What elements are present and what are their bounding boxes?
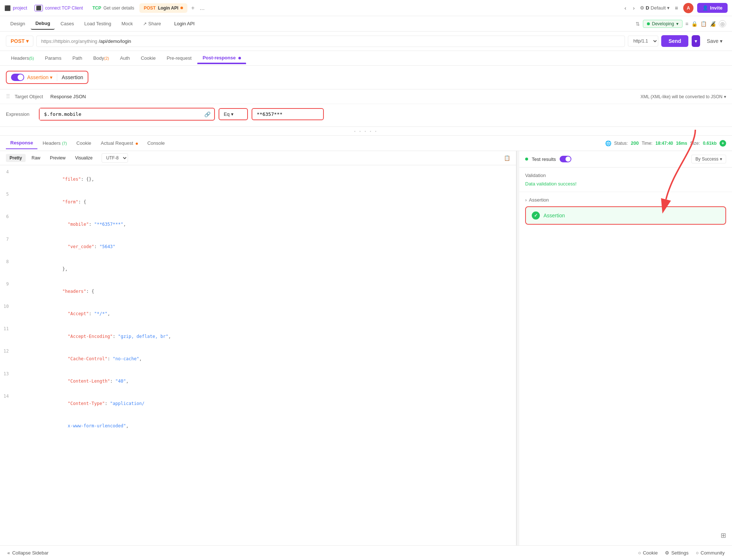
subnav-share[interactable]: ↗ Share bbox=[139, 18, 165, 29]
tab-auth[interactable]: Auth bbox=[115, 52, 135, 64]
top-tab-bar: ⬛ project ⬛ connect TCP Client TCP Get u… bbox=[0, 0, 732, 16]
target-row: ⠿ Target Object Response JSON XML (XML-l… bbox=[0, 89, 732, 104]
assertion-name: Assertion bbox=[62, 74, 83, 80]
tab-cookie[interactable]: Cookie bbox=[136, 52, 161, 64]
line-num-6: 6 bbox=[3, 213, 15, 235]
default-env-button[interactable]: ⚙ D Default ▾ bbox=[640, 5, 670, 11]
by-success-select[interactable]: By Success ▾ bbox=[691, 155, 726, 163]
env-badge[interactable]: Developing ▾ bbox=[643, 20, 682, 28]
target-label: Target Object bbox=[15, 94, 43, 99]
subnav-debug[interactable]: Debug bbox=[31, 18, 54, 30]
tab-post-response[interactable]: Post-response bbox=[197, 52, 246, 64]
test-results-label: Test results bbox=[532, 156, 556, 162]
tab-more-button[interactable]: ... bbox=[198, 5, 206, 11]
assertion-type[interactable]: Assertion ▾ bbox=[27, 74, 52, 80]
save-chevron: ▾ bbox=[720, 38, 722, 44]
lock-icon[interactable]: 🔒 bbox=[691, 21, 698, 27]
env-chevron: ▾ bbox=[676, 21, 678, 26]
status-value: 200 bbox=[631, 140, 639, 146]
code-line-5: 5 "form": { bbox=[0, 191, 516, 213]
tab-post-login[interactable]: POST Login API bbox=[139, 3, 187, 13]
xml-note: XML (XML-like) will be converted to JSON… bbox=[640, 94, 726, 99]
method-button[interactable]: POST ▾ bbox=[6, 36, 33, 47]
size-value: 0.61kb bbox=[703, 141, 717, 146]
invite-button[interactable]: 👤 Invite bbox=[697, 3, 728, 13]
resp-tab-actual-request[interactable]: Actual Request bbox=[96, 137, 142, 149]
grid-icon[interactable]: ⊞ bbox=[721, 532, 726, 539]
encoding-select[interactable]: UTF-8 bbox=[102, 153, 128, 163]
tab-body-count: (2) bbox=[104, 56, 109, 60]
test-results-header: Test results By Success ▾ bbox=[519, 151, 732, 167]
env-dot bbox=[647, 22, 650, 25]
code-content-14-cont: x-www-form-urlencoded", bbox=[15, 415, 129, 437]
tab-body[interactable]: Body(2) bbox=[88, 52, 114, 64]
scroll-dots: • • • • • bbox=[354, 129, 378, 133]
collapse-sidebar-button[interactable]: « Collapse Sidebar bbox=[7, 550, 48, 556]
drag-handle[interactable]: ⠿ bbox=[6, 93, 10, 100]
resp-tab-headers-label: Headers bbox=[43, 140, 61, 146]
tab-body-label: Body bbox=[93, 55, 104, 61]
format-preview-btn[interactable]: Preview bbox=[46, 154, 69, 162]
save-button[interactable]: Save ▾ bbox=[703, 36, 726, 46]
tab-add-button[interactable]: + bbox=[188, 5, 197, 11]
test-results-toggle[interactable] bbox=[560, 156, 571, 162]
subnav-load-testing[interactable]: Load Testing bbox=[80, 18, 116, 29]
filter-icon[interactable]: ⇅ bbox=[636, 21, 640, 27]
save-label: Save bbox=[707, 38, 718, 44]
by-success-label: By Success bbox=[695, 156, 718, 162]
community-link[interactable]: ○ Community bbox=[696, 550, 725, 556]
project-label: project bbox=[13, 5, 27, 11]
expression-section: Expression 🔗 Eq ▾ bbox=[0, 104, 732, 127]
code-line-14-cont: x-www-form-urlencoded", bbox=[0, 415, 516, 437]
url-base: https://httpbin.org/anything bbox=[41, 38, 97, 44]
url-path: /api/demo/login bbox=[99, 38, 131, 44]
code-line-7: 7 "ver_code": "5643" bbox=[0, 236, 516, 258]
nav-forward-button[interactable]: › bbox=[632, 3, 636, 12]
resp-tab-response[interactable]: Response bbox=[6, 137, 37, 149]
assertion-toggle-group: Assertion ▾ Assertion bbox=[6, 71, 88, 84]
subnav-cases[interactable]: Cases bbox=[56, 18, 78, 29]
project-link[interactable]: ⬛ project bbox=[4, 5, 27, 11]
resp-tab-headers[interactable]: Headers (7) bbox=[38, 137, 71, 149]
resp-tab-console[interactable]: Console bbox=[143, 137, 169, 149]
url-input[interactable]: https://httpbin.org/anything /api/demo/l… bbox=[36, 36, 625, 47]
resp-tab-cookie[interactable]: Cookie bbox=[72, 137, 95, 149]
extra-icon[interactable]: ◎ bbox=[719, 20, 726, 27]
protocol-select[interactable]: http/1.1 bbox=[628, 36, 658, 47]
assertion-result-title[interactable]: › Assertion bbox=[525, 197, 726, 203]
send-dropdown-button[interactable]: ▾ bbox=[692, 35, 700, 47]
cookie-link[interactable]: ○ Cookie bbox=[638, 550, 658, 556]
key-icon[interactable]: 🔏 bbox=[710, 21, 716, 27]
env-label: D bbox=[646, 5, 649, 11]
list-icon[interactable]: ≡ bbox=[685, 21, 688, 27]
send-button[interactable]: Send bbox=[661, 35, 688, 47]
expression-value-input[interactable] bbox=[252, 108, 324, 120]
tab-path[interactable]: Path bbox=[67, 52, 87, 64]
line-num-10: 10 bbox=[3, 303, 15, 325]
settings-link[interactable]: ⚙ Settings bbox=[665, 550, 688, 556]
tab-headers-count: (5) bbox=[29, 56, 34, 60]
copy2-icon[interactable]: 📋 bbox=[700, 21, 707, 27]
tab-tcp-client[interactable]: ⬛ connect TCP Client bbox=[30, 3, 87, 14]
expression-link-icon[interactable]: 🔗 bbox=[201, 111, 214, 117]
tab-headers[interactable]: Headers(5) bbox=[6, 52, 39, 64]
expression-input[interactable] bbox=[40, 108, 201, 120]
format-pretty-btn[interactable]: Pretty bbox=[6, 154, 26, 162]
method-label: POST bbox=[11, 38, 25, 44]
eq-operator-select[interactable]: Eq ▾ bbox=[219, 108, 248, 120]
tab-bar: ⬛ connect TCP Client TCP Get user detail… bbox=[30, 3, 620, 14]
target-value: Response JSON bbox=[50, 94, 86, 99]
subnav-design[interactable]: Design bbox=[6, 18, 29, 29]
subnav-mock[interactable]: Mock bbox=[117, 18, 137, 29]
copy-button[interactable]: 📋 bbox=[504, 155, 510, 161]
tab-tcp-get[interactable]: TCP Get user details bbox=[88, 3, 139, 13]
code-line-10: 10 "Accept": "*/*", bbox=[0, 303, 516, 325]
nav-back-button[interactable]: ‹ bbox=[623, 3, 628, 12]
menu-icon[interactable]: ≡ bbox=[673, 3, 680, 12]
subnav-share-label: Share bbox=[148, 21, 161, 26]
format-raw-btn[interactable]: Raw bbox=[28, 154, 44, 162]
format-visualize-btn[interactable]: Visualize bbox=[72, 154, 96, 162]
tab-pre-request[interactable]: Pre-request bbox=[161, 52, 197, 64]
tab-params[interactable]: Params bbox=[40, 52, 67, 64]
assertion-toggle[interactable] bbox=[11, 74, 24, 81]
